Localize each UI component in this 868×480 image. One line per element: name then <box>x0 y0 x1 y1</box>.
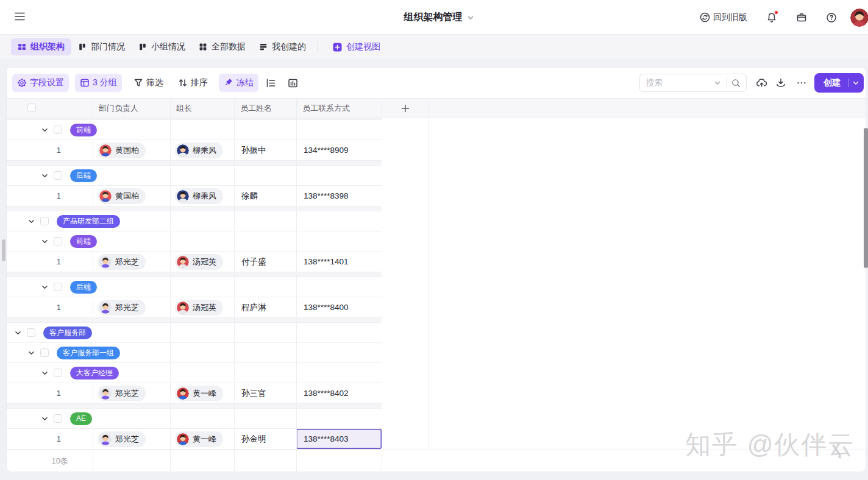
group-row: 前端 <box>7 231 382 252</box>
collapse-chevron-icon[interactable] <box>41 238 48 245</box>
workspace-icon[interactable] <box>796 12 807 23</box>
chart-button[interactable] <box>284 74 302 92</box>
column-header[interactable]: 员工姓名 <box>234 99 296 118</box>
table-vertical-scrollbar[interactable] <box>2 239 5 261</box>
collapse-chevron-icon[interactable] <box>41 370 48 376</box>
collapse-chevron-icon[interactable] <box>15 330 21 336</box>
group-checkbox[interactable] <box>54 369 62 377</box>
employee-name-cell[interactable]: 孙振中 <box>240 145 266 156</box>
collapse-chevron-icon[interactable] <box>41 172 48 179</box>
tab-1[interactable]: 组织架构 <box>11 38 71 55</box>
help-icon[interactable] <box>826 12 837 23</box>
title-chevron-down-icon[interactable] <box>467 14 474 21</box>
employee-name-cell[interactable]: 孙金明 <box>240 434 266 445</box>
phone-cell[interactable]: 138****8403 <box>296 429 382 449</box>
upload-icon[interactable] <box>756 77 768 88</box>
person-chip[interactable]: 郑光芝 <box>98 431 146 447</box>
select-all-checkbox[interactable] <box>27 104 36 112</box>
tab-4[interactable]: 全部数据 <box>192 38 252 55</box>
column-header[interactable]: 员工联系方式 <box>296 99 382 118</box>
group-badge[interactable]: 前端 <box>70 124 97 136</box>
group-checkbox[interactable] <box>27 328 35 337</box>
person-chip[interactable]: 郑光芝 <box>98 300 146 316</box>
group-spacer <box>7 161 382 166</box>
person-chip[interactable]: 黄一峰 <box>175 431 223 447</box>
group-spacer <box>7 404 382 409</box>
group-checkbox[interactable] <box>54 414 62 423</box>
row-height-icon <box>266 78 276 88</box>
tab-5[interactable]: 我创建的 <box>252 38 313 55</box>
person-chip[interactable]: 汤冠英 <box>175 300 223 316</box>
person-avatar <box>99 144 112 157</box>
phone-cell[interactable]: 138****8398 <box>296 186 382 206</box>
group-badge[interactable]: 后端 <box>70 169 97 182</box>
person-chip[interactable]: 柳乘风 <box>175 143 223 158</box>
filter-button[interactable]: 筛选 <box>129 74 168 92</box>
group-badge[interactable]: 大客户经理 <box>70 367 119 379</box>
group-badge[interactable]: 后端 <box>70 281 97 294</box>
page-vertical-scrollbar[interactable] <box>864 128 868 268</box>
column-header[interactable]: 组长 <box>170 99 234 118</box>
row-height-button[interactable] <box>262 74 280 92</box>
back-to-old-version-button[interactable]: 回到旧版 <box>700 12 747 23</box>
person-chip[interactable]: 黄国柏 <box>98 143 146 158</box>
tab-3[interactable]: 小组情况 <box>132 38 192 55</box>
grouping-button[interactable]: 3 分组 <box>75 74 122 92</box>
data-row[interactable]: 1黄国柏柳乘风徐麟138****8398 <box>7 186 382 206</box>
field-settings-button[interactable]: 字段设置 <box>12 74 69 92</box>
group-checkbox[interactable] <box>54 125 62 134</box>
collapse-chevron-icon[interactable] <box>41 415 48 422</box>
collapse-chevron-icon[interactable] <box>28 218 35 225</box>
notifications-button[interactable] <box>766 12 777 23</box>
person-chip[interactable]: 黄国柏 <box>98 188 146 204</box>
group-row: 大客户经理 <box>7 363 382 383</box>
collapse-chevron-icon[interactable] <box>28 350 35 356</box>
group-checkbox[interactable] <box>54 171 62 180</box>
column-header[interactable]: 部门负责人 <box>93 99 170 118</box>
phone-cell[interactable]: 138****8402 <box>296 383 382 403</box>
data-row[interactable]: 1郑光芝汤冠英程庐淋138****8400 <box>7 297 382 318</box>
data-row[interactable]: 1郑光芝汤冠英付子盛138****1401 <box>7 252 382 272</box>
sort-button[interactable]: 排序 <box>173 74 213 92</box>
employee-name-cell[interactable]: 付子盛 <box>240 256 266 267</box>
group-badge[interactable]: 产品研发部二组 <box>57 215 120 228</box>
person-chip[interactable]: 郑光芝 <box>98 386 146 401</box>
person-chip[interactable]: 郑光芝 <box>98 254 146 270</box>
person-chip[interactable]: 柳乘风 <box>175 188 223 204</box>
search-input[interactable]: 搜索 <box>639 74 747 92</box>
group-row: 产品研发部二组 <box>7 211 382 231</box>
person-avatar <box>99 433 112 445</box>
group-badge[interactable]: AE <box>70 412 92 425</box>
create-view-button[interactable]: 创建视图 <box>327 41 386 52</box>
search-icon[interactable] <box>731 79 741 88</box>
person-chip[interactable]: 黄一峰 <box>175 386 223 401</box>
group-badge[interactable]: 前端 <box>70 235 97 248</box>
collapse-chevron-icon[interactable] <box>41 127 48 133</box>
tab-2[interactable]: 部门情况 <box>71 38 132 55</box>
employee-name-cell[interactable]: 徐麟 <box>240 191 258 202</box>
group-checkbox[interactable] <box>40 348 49 357</box>
data-row[interactable]: 1郑光芝黄一峰孙金明138****8403 <box>7 429 382 450</box>
employee-name-cell[interactable]: 程庐淋 <box>240 302 266 313</box>
employee-name-cell[interactable]: 孙三官 <box>240 388 266 399</box>
user-avatar[interactable] <box>850 9 868 27</box>
group-badge[interactable]: 客户服务部 <box>43 326 92 339</box>
data-row[interactable]: 1郑光芝黄一峰孙三官138****8402 <box>7 383 382 404</box>
collapse-chevron-icon[interactable] <box>41 284 48 291</box>
group-badge[interactable]: 客户服务部一组 <box>57 347 120 359</box>
phone-cell[interactable]: 134****8909 <box>296 140 382 160</box>
funnel-icon <box>133 78 143 88</box>
download-icon[interactable] <box>775 77 786 88</box>
data-row[interactable]: 1黄国柏柳乘风孙振中134****8909 <box>7 140 382 161</box>
search-chevron-down-icon[interactable] <box>714 79 721 86</box>
group-checkbox[interactable] <box>40 217 49 225</box>
phone-cell[interactable]: 138****1401 <box>296 252 382 272</box>
group-checkbox[interactable] <box>54 237 62 245</box>
group-checkbox[interactable] <box>54 283 62 291</box>
person-chip[interactable]: 汤冠英 <box>175 254 223 270</box>
freeze-button[interactable]: 冻结 <box>219 74 258 92</box>
more-actions-icon[interactable] <box>796 77 807 88</box>
phone-cell[interactable]: 138****8400 <box>296 297 382 317</box>
add-column-button[interactable] <box>382 99 429 118</box>
create-button[interactable]: 创建 <box>814 73 864 93</box>
